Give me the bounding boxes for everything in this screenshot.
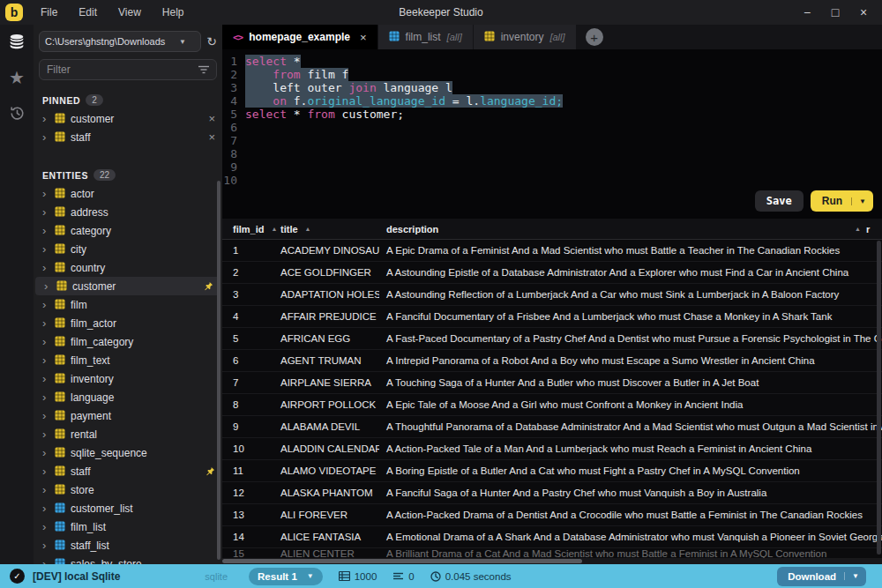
cell-title[interactable]: AIRPORT POLLOCK: [272, 399, 379, 410]
entity-row-film_list[interactable]: ›film_list: [34, 517, 222, 536]
unpin-close-icon[interactable]: ×: [208, 112, 215, 125]
cell-film-id[interactable]: 3: [222, 289, 272, 300]
chevron-right-icon[interactable]: ›: [42, 354, 49, 366]
save-button[interactable]: Save: [755, 190, 804, 212]
cell-description[interactable]: A Fanciful Documentary of a Frisbee And …: [379, 311, 882, 322]
cell-description[interactable]: A Touching Saga of a Hunter And a Butler…: [379, 377, 882, 388]
table-row[interactable]: 5AFRICAN EGGA Fast-Paced Documentary of …: [222, 328, 882, 350]
cell-title[interactable]: ADAPTATION HOLES: [272, 289, 379, 300]
code-line[interactable]: 7: [222, 134, 882, 147]
cell-description[interactable]: A Intrepid Panorama of a Robot And a Boy…: [379, 355, 882, 366]
chevron-right-icon[interactable]: ›: [42, 465, 49, 477]
chevron-right-icon[interactable]: ›: [42, 391, 49, 403]
cell-title[interactable]: AIRPLANE SIERRA: [272, 377, 379, 388]
cell-film-id[interactable]: 5: [222, 333, 272, 344]
chevron-right-icon[interactable]: ›: [42, 243, 49, 255]
table-row[interactable]: 3ADAPTATION HOLESA Astounding Reflection…: [222, 284, 882, 306]
code-line[interactable]: 9: [222, 160, 882, 174]
cell-description[interactable]: A Action-Packed Tale of a Man And a Lumb…: [379, 443, 882, 454]
entity-row-sqlite_sequence[interactable]: ›sqlite_sequence: [34, 443, 222, 462]
entity-row-customer_list[interactable]: ›customer_list: [34, 499, 222, 517]
cell-description[interactable]: A Astounding Epistle of a Database Admin…: [379, 267, 882, 278]
cell-film-id[interactable]: 4: [222, 311, 272, 322]
cell-film-id[interactable]: 11: [222, 465, 272, 476]
chevron-right-icon[interactable]: ›: [42, 188, 49, 199]
chevron-right-icon[interactable]: ›: [42, 484, 49, 495]
result-selector[interactable]: Result 1 ▼: [249, 568, 323, 585]
table-row[interactable]: 9ALABAMA DEVILA Thoughtful Panorama of a…: [222, 416, 882, 438]
chevron-right-icon[interactable]: ›: [42, 206, 49, 218]
cell-film-id[interactable]: 13: [222, 510, 272, 520]
cell-title[interactable]: ALASKA PHANTOM: [272, 488, 379, 498]
pinned-item-customer[interactable]: ›customer×: [34, 109, 222, 128]
table-row[interactable]: 10ALADDIN CALENDARA Action-Packed Tale o…: [222, 438, 882, 460]
entity-row-staff_list[interactable]: ›staff_list: [34, 536, 222, 555]
chevron-right-icon[interactable]: ›: [42, 299, 49, 310]
download-dropdown-caret-icon[interactable]: ▼: [844, 572, 866, 580]
database-select[interactable]: C:\Users\ghstng\Downloads ▼: [39, 31, 201, 52]
table-row[interactable]: 6AGENT TRUMANA Intrepid Panorama of a Ro…: [222, 350, 882, 372]
entity-row-payment[interactable]: ›payment: [34, 406, 222, 425]
chevron-right-icon[interactable]: ›: [42, 558, 49, 564]
cell-title[interactable]: AFRICAN EGG: [272, 333, 379, 344]
run-button[interactable]: Run ▼: [811, 190, 873, 212]
entity-row-inventory[interactable]: ›inventory: [34, 369, 222, 388]
cell-title[interactable]: AFFAIR PREJUDICE: [272, 311, 379, 322]
cell-description[interactable]: A Astounding Reflection of a Lumberjack …: [379, 289, 882, 300]
table-row[interactable]: 13ALI FOREVERA Action-Packed Drama of a …: [222, 504, 882, 526]
new-tab-button[interactable]: +: [586, 28, 603, 46]
code-line[interactable]: 2 from film f: [222, 68, 882, 81]
cell-title[interactable]: ALAMO VIDEOTAPE: [272, 465, 379, 476]
tab-close-icon[interactable]: ×: [360, 31, 367, 44]
entity-row-customer[interactable]: ›customer: [35, 277, 220, 295]
cell-title[interactable]: ACE GOLDFINGER: [272, 267, 379, 278]
unpin-close-icon[interactable]: ×: [208, 130, 215, 144]
entity-row-address[interactable]: ›address: [34, 203, 222, 221]
entity-row-actor[interactable]: ›actor: [34, 184, 222, 203]
favorites-star-icon[interactable]: ★: [6, 67, 27, 88]
chevron-right-icon[interactable]: ›: [42, 317, 49, 329]
tab-homepage_example[interactable]: <>homepage_example×: [222, 25, 378, 49]
close-button[interactable]: ×: [854, 5, 873, 19]
cell-description[interactable]: A Epic Tale of a Moose And a Girl who mu…: [379, 399, 882, 410]
maximize-button[interactable]: □: [826, 5, 845, 19]
sql-editor[interactable]: 1select *2 from film f3 left outer join …: [222, 49, 882, 219]
chevron-right-icon[interactable]: ›: [42, 262, 49, 273]
code-line[interactable]: 10: [222, 174, 882, 187]
cell-film-id[interactable]: 7: [222, 377, 272, 388]
history-icon[interactable]: [6, 102, 27, 123]
cell-description[interactable]: A Fanciful Saga of a Hunter And a Pastry…: [379, 488, 882, 498]
cell-title[interactable]: ACADEMY DINOSAUR: [272, 245, 379, 256]
chevron-right-icon[interactable]: ›: [42, 113, 49, 124]
pin-icon[interactable]: [204, 281, 213, 291]
code-line[interactable]: 8: [222, 147, 882, 160]
menu-help[interactable]: Help: [152, 6, 195, 19]
cell-title[interactable]: ALICE FANTASIA: [272, 532, 379, 542]
entity-row-rental[interactable]: ›rental: [34, 425, 222, 443]
menu-file[interactable]: File: [30, 6, 68, 19]
cell-film-id[interactable]: 14: [222, 532, 272, 542]
code-line[interactable]: 4 on f.original_language_id = l.language…: [222, 94, 882, 108]
menu-view[interactable]: View: [108, 6, 152, 19]
chevron-right-icon[interactable]: ›: [42, 540, 49, 551]
run-dropdown-caret-icon[interactable]: ▼: [851, 197, 873, 205]
chevron-right-icon[interactable]: ›: [42, 131, 49, 143]
chevron-right-icon[interactable]: ›: [42, 373, 49, 384]
cell-title[interactable]: ALADDIN CALENDAR: [272, 443, 379, 454]
entity-row-film_actor[interactable]: ›film_actor: [34, 314, 222, 332]
tab-inventory[interactable]: inventory[all]: [474, 25, 577, 49]
sidebar-scrollbar[interactable]: [217, 181, 220, 560]
entity-row-sales_by_store[interactable]: ›sales_by_store: [34, 555, 222, 564]
menu-edit[interactable]: Edit: [68, 6, 108, 19]
table-row[interactable]: 14ALICE FANTASIAA Emotional Drama of a A…: [222, 526, 882, 548]
code-line[interactable]: 3 left outer join language l: [222, 81, 882, 94]
download-button[interactable]: Download ▼: [777, 567, 866, 586]
table-row[interactable]: 12ALASKA PHANTOMA Fanciful Saga of a Hun…: [222, 482, 882, 504]
column-header-title[interactable]: title▲: [272, 224, 379, 234]
chevron-right-icon[interactable]: ›: [42, 502, 49, 514]
chevron-right-icon[interactable]: ›: [42, 225, 49, 236]
entity-row-film_category[interactable]: ›film_category: [34, 332, 222, 351]
column-header-truncated[interactable]: r: [866, 224, 882, 234]
table-row[interactable]: 8AIRPORT POLLOCKA Epic Tale of a Moose A…: [222, 394, 882, 416]
cell-title[interactable]: ALABAMA DEVIL: [272, 421, 379, 432]
